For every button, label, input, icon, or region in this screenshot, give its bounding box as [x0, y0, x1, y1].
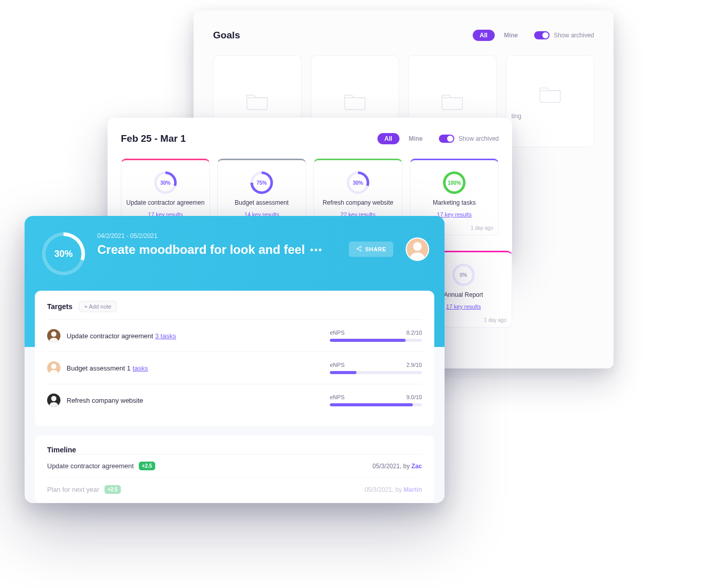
metric-score: 9.0/10: [406, 394, 422, 400]
progress-bar: [330, 403, 422, 406]
target-name: Budget assessment 1 tasks: [67, 364, 148, 372]
svg-point-3: [413, 242, 422, 251]
week-filters: All Mine Show archived: [377, 133, 499, 144]
filter-all[interactable]: All: [377, 133, 399, 144]
okr-title: Update contractor agreemen: [126, 199, 205, 206]
tasks-link[interactable]: tasks: [133, 364, 148, 372]
progress-bar: [330, 371, 422, 374]
metric-label: eNPS: [330, 362, 345, 368]
svg-point-0: [360, 246, 361, 248]
card-timestamp: 1 day ago: [484, 317, 507, 323]
folder-icon: [245, 90, 269, 113]
target-row[interactable]: Update contractor agreement 3 tasks eNPS…: [47, 319, 422, 352]
progress-ring: 30%: [154, 171, 177, 194]
targets-card: Targets + Add note Update contractor agr…: [35, 291, 434, 426]
progress-ring-large: 30%: [42, 232, 85, 275]
progress-percent: 30%: [349, 174, 367, 191]
moodboard-title-text: Create moodboard for look and feel: [97, 243, 305, 257]
goal-card-label-partial: ting: [512, 113, 521, 120]
progress-percent: 30%: [46, 236, 81, 272]
okr-title: Budget assessment: [235, 199, 288, 206]
show-archived-switch[interactable]: Show archived: [534, 31, 594, 39]
goal-card[interactable]: ting: [506, 55, 595, 147]
assignee-avatar: [47, 394, 60, 407]
toggle-icon[interactable]: [534, 31, 550, 39]
moodboard-panel: 30% 04/2/2021 - 05/2/2021 Create moodboa…: [25, 216, 445, 503]
assignee-avatar: [47, 361, 60, 375]
timeline-row[interactable]: Update contractor agreement +2.5 05/3/20…: [47, 454, 422, 477]
progress-percent: 30%: [157, 174, 174, 191]
folder-icon: [440, 90, 465, 113]
timeline-item-name: Update contractor agreement: [47, 462, 134, 470]
share-button[interactable]: SHARE: [349, 242, 393, 257]
week-header: Feb 25 - Mar 1 All Mine Show archived: [121, 133, 499, 144]
progress-bar: [330, 339, 422, 342]
view-filter-pills: All Mine: [377, 133, 430, 144]
goals-header: Goals All Mine Show archived: [213, 30, 594, 41]
card-timestamp: 1 day ago: [471, 225, 493, 231]
okr-title: Annual Report: [444, 291, 483, 298]
svg-point-6: [51, 396, 56, 401]
progress-percent: 75%: [253, 174, 270, 191]
okr-title: Marketing tasks: [433, 199, 476, 206]
progress-percent: 100%: [446, 174, 463, 191]
metric-label: eNPS: [330, 330, 345, 336]
share-label: SHARE: [365, 246, 386, 252]
svg-point-2: [360, 250, 361, 251]
folder-icon: [343, 90, 367, 113]
svg-point-5: [51, 364, 56, 369]
timeline-meta: 05/3/2021, by Zac: [372, 463, 422, 470]
target-metric: eNPS 8.2/10: [330, 330, 422, 342]
more-icon[interactable]: •••: [310, 245, 323, 255]
metric-score: 2.9/10: [406, 362, 422, 368]
assignee-avatar: [47, 329, 60, 342]
target-name: Refresh company website: [67, 397, 143, 404]
delta-badge: +2.5: [139, 462, 155, 470]
progress-percent: 0%: [455, 266, 472, 284]
show-archived-switch[interactable]: Show archived: [439, 135, 499, 143]
delta-badge: +2.5: [104, 485, 121, 494]
target-metric: eNPS 2.9/10: [330, 362, 422, 374]
share-icon: [356, 246, 362, 253]
timeline-author[interactable]: Martin: [404, 486, 422, 493]
show-archived-label: Show archived: [458, 135, 499, 142]
timeline-row[interactable]: Plan for next year +2.5 05/3/2021, by Ma…: [47, 477, 422, 501]
target-row[interactable]: Refresh company website eNPS 9.0/10: [47, 384, 422, 416]
progress-ring: 0%: [452, 264, 475, 286]
metric-label: eNPS: [330, 394, 345, 400]
okr-key-results-link[interactable]: 17 key results: [437, 211, 472, 217]
timeline-card: Timeline Update contractor agreement +2.…: [35, 435, 434, 503]
folder-icon: [538, 83, 562, 105]
svg-point-1: [356, 248, 358, 250]
filter-mine[interactable]: Mine: [402, 133, 430, 144]
timeline-item-name: Plan for next year: [47, 486, 99, 493]
okr-title: Refresh company website: [323, 199, 393, 206]
progress-ring: 30%: [347, 171, 369, 194]
add-note-button[interactable]: + Add note: [79, 301, 117, 312]
timeline-heading: Timeline: [47, 446, 422, 454]
goals-title: Goals: [213, 30, 240, 41]
tasks-link[interactable]: 3 tasks: [155, 332, 176, 340]
toggle-icon[interactable]: [439, 135, 454, 143]
progress-ring: 75%: [250, 171, 273, 194]
targets-heading: Targets: [47, 302, 73, 311]
filter-mine[interactable]: Mine: [497, 30, 525, 41]
filter-all[interactable]: All: [473, 30, 495, 41]
metric-score: 8.2/10: [406, 330, 422, 336]
goals-filters: All Mine Show archived: [473, 30, 594, 41]
target-row[interactable]: Budget assessment 1 tasks eNPS 2.9/10: [47, 352, 422, 384]
show-archived-label: Show archived: [554, 32, 594, 39]
okr-key-results-link[interactable]: 17 key results: [446, 303, 481, 310]
progress-ring: 100%: [443, 171, 466, 194]
date-range: 04/2/2021 - 05/2/2021: [97, 232, 427, 239]
week-title: Feb 25 - Mar 1: [121, 133, 186, 144]
svg-point-4: [51, 332, 56, 337]
timeline-meta: 05/3/2021, by Martin: [365, 486, 422, 493]
targets-header-row: Targets + Add note: [47, 301, 422, 312]
view-filter-pills: All Mine: [473, 30, 525, 41]
target-name: Update contractor agreement 3 tasks: [67, 332, 176, 340]
target-metric: eNPS 9.0/10: [330, 394, 422, 406]
owner-avatar[interactable]: [406, 237, 429, 261]
timeline-author[interactable]: Zac: [411, 463, 422, 470]
